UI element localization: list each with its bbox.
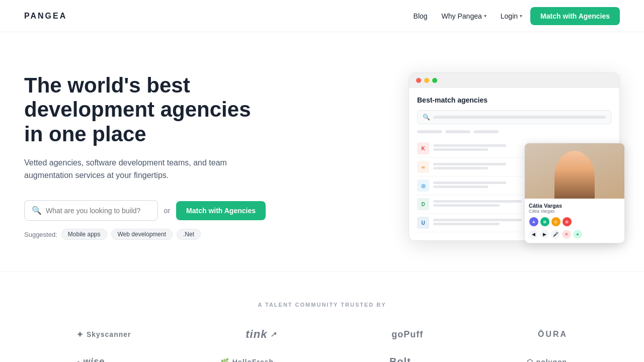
suggested-label: Suggested:	[24, 231, 57, 238]
mock-title: Best-match agencies	[417, 96, 611, 104]
logo-polygon: ⬡ polygon	[527, 358, 567, 363]
agency-bar-bottom	[433, 148, 488, 151]
window-close-dot	[416, 78, 421, 83]
or-text: or	[164, 207, 170, 215]
logo: PANGEA	[24, 12, 67, 21]
logo-hellofresh: 🌿 HelloFresh	[220, 358, 274, 363]
suggested-dotnet[interactable]: .Net	[177, 229, 201, 240]
logo-tink: tink↗	[246, 328, 277, 341]
mock-filter-1	[417, 130, 442, 133]
mock-filter-3	[473, 130, 499, 133]
agency-bars	[433, 182, 524, 190]
card-action-close[interactable]: ✕	[562, 230, 571, 239]
trusted-section: A TALENT COMMUNITY TRUSTED BY ✦ Skyscann…	[0, 271, 644, 362]
agency-bar-top	[433, 200, 522, 203]
hero-section: The world's best development agencies in…	[0, 32, 644, 271]
floating-card-name: Cátia Vargas	[529, 203, 620, 209]
mock-search-icon: 🔍	[423, 114, 430, 121]
hellofresh-icon: 🌿	[220, 358, 229, 363]
hero-match-button[interactable]: Match with Agencies	[176, 201, 266, 220]
mock-filter-2	[445, 130, 470, 133]
logo-oura: ŌURA	[538, 330, 568, 339]
wise-prefix-icon: ₇	[77, 358, 80, 363]
avatar-2: B	[540, 217, 550, 227]
floating-card-image	[525, 143, 624, 199]
hero-left: The world's best development agencies in…	[24, 73, 266, 240]
nav-login[interactable]: Login ▾	[495, 8, 528, 24]
agency-bar-top	[433, 219, 522, 221]
floating-card: Cátia Vargas Cátia Vargas A B C D ◀ ▶ 🎤 …	[524, 143, 625, 243]
card-action-mic[interactable]: 🎤	[551, 230, 560, 239]
mock-filter-row	[417, 130, 611, 133]
mock-titlebar	[409, 73, 619, 88]
avatar-3: C	[551, 217, 561, 227]
agency-bar-bottom	[433, 223, 500, 225]
agency-bars	[433, 163, 524, 171]
agency-bar-bottom	[433, 204, 500, 207]
card-action-row: ◀ ▶ 🎤 ✕ ●	[529, 230, 620, 239]
agency-logo: D	[417, 198, 429, 210]
polygon-icon: ⬡	[527, 358, 533, 363]
card-action-back[interactable]: ◀	[529, 230, 538, 239]
agency-bar-top	[433, 182, 506, 184]
agency-bar-bottom	[433, 167, 488, 169]
window-minimize-dot	[424, 78, 429, 83]
logo-bolt: Bolt	[389, 356, 411, 362]
hero-title: The world's best development agencies in…	[24, 73, 266, 146]
why-pangea-chevron-icon: ▾	[484, 13, 487, 19]
avatar-4: D	[562, 217, 572, 227]
agency-bar-bottom	[433, 186, 488, 188]
floating-card-avatars: A B C D	[529, 217, 620, 227]
floating-card-content: Cátia Vargas Cátia Vargas A B C D ◀ ▶ 🎤 …	[525, 199, 624, 243]
agency-bar-top	[433, 163, 506, 165]
agency-logo: ◎	[417, 179, 429, 192]
logos-row-1: ✦ Skyscanner tink↗ goPuff ŌURA	[24, 328, 620, 341]
mock-search: 🔍	[417, 110, 611, 124]
card-action-video[interactable]: ▶	[540, 230, 549, 239]
nav-match-cta-button[interactable]: Match with Agencies	[530, 7, 620, 25]
nav-blog[interactable]: Blog	[408, 8, 434, 24]
search-box[interactable]: 🔍	[24, 200, 158, 221]
hero-subtitle: Vetted agencies, software development te…	[24, 156, 266, 182]
navbar: PANGEA Blog Why Pangea ▾ Login ▾ Match w…	[0, 0, 644, 32]
nav-links: Blog Why Pangea ▾ Login ▾ Match with Age…	[408, 7, 620, 25]
logos-row-2: ₇wise 🌿 HelloFresh Bolt ⬡ polygon	[24, 356, 620, 362]
agency-logo: ∞	[417, 161, 429, 173]
nav-why-pangea[interactable]: Why Pangea ▾	[436, 8, 493, 24]
mock-search-bar	[433, 116, 606, 119]
agency-logo: U	[417, 217, 429, 229]
avatar-1: A	[529, 217, 539, 227]
window-maximize-dot	[432, 78, 437, 83]
login-chevron-icon: ▾	[520, 13, 522, 19]
logo-wise: ₇wise	[77, 356, 105, 362]
trusted-label: A TALENT COMMUNITY TRUSTED BY	[24, 302, 620, 308]
search-input[interactable]	[46, 207, 150, 215]
agency-bars	[433, 144, 524, 152]
logo-skyscanner: ✦ Skyscanner	[76, 330, 131, 339]
search-icon: 🔍	[32, 206, 42, 215]
suggested-web-dev[interactable]: Web development	[111, 229, 173, 240]
suggested-mobile-apps[interactable]: Mobile apps	[61, 229, 107, 240]
card-action-confirm[interactable]: ●	[573, 230, 582, 239]
suggested-row: Suggested: Mobile apps Web development .…	[24, 229, 266, 240]
hero-right: Best-match agencies 🔍 K 95% Mat	[286, 72, 620, 241]
logo-gopuff: goPuff	[391, 329, 423, 340]
agency-bar-top	[433, 144, 506, 147]
floating-card-role: Cátia Vargas	[529, 209, 620, 214]
skyscanner-icon: ✦	[76, 330, 84, 339]
search-row: 🔍 or Match with Agencies	[24, 200, 266, 221]
agency-logo: K	[417, 142, 429, 154]
